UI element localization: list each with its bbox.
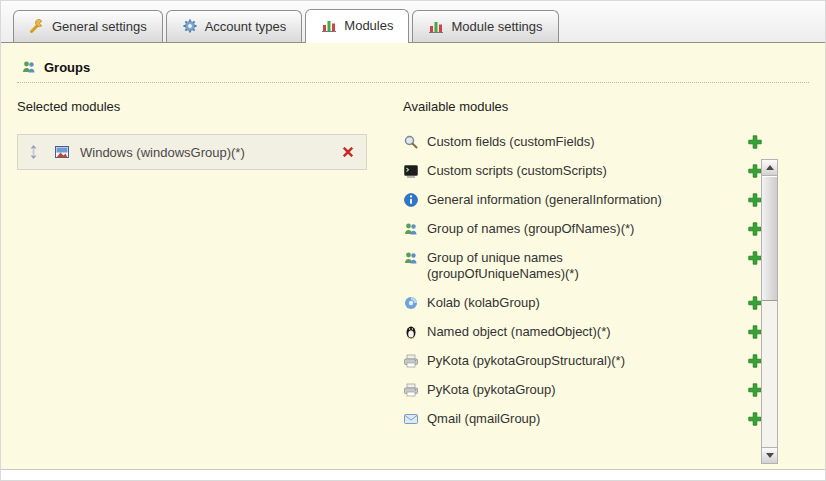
available-module-row: Group of unique names (groupOfUniqueName… <box>403 250 763 282</box>
terminal-icon <box>403 163 419 179</box>
available-module-label: Custom scripts (customScripts) <box>427 163 607 179</box>
available-module-row: Group of names (groupOfNames)(*) <box>403 221 763 237</box>
selected-module-row: Windows (windowsGroup)(*) <box>17 134 367 170</box>
available-module-label: General information (generalInformation) <box>427 192 662 208</box>
available-module-row: Kolab (kolabGroup) <box>403 295 763 311</box>
available-module-label: PyKota (pykotaGroup) <box>427 382 556 398</box>
available-module-label: Custom fields (customFields) <box>427 134 595 150</box>
available-module-label: PyKota (pykotaGroupStructural)(*) <box>427 353 625 369</box>
drag-handle-icon[interactable] <box>28 144 44 160</box>
available-module-row: General information (generalInformation) <box>403 192 763 208</box>
tab-module-settings[interactable]: Module settings <box>412 10 558 42</box>
windows-module-icon <box>54 144 70 160</box>
groups-icon <box>403 221 419 237</box>
available-module-row: Custom scripts (customScripts) <box>403 163 763 179</box>
available-modules-list: Custom fields (customFields) Custom scri… <box>403 134 763 427</box>
available-modules-scrollbar[interactable] <box>761 159 778 464</box>
gears-icon <box>182 18 198 34</box>
available-module-row: Qmail (qmailGroup) <box>403 411 763 427</box>
remove-module-button[interactable] <box>340 144 356 160</box>
available-module-row: PyKota (pykotaGroupStructural)(*) <box>403 353 763 369</box>
section-title: Groups <box>44 60 90 75</box>
tab-account-types[interactable]: Account types <box>166 10 303 42</box>
modules-icon <box>321 17 337 33</box>
printer-icon <box>403 382 419 398</box>
available-module-row: Named object (namedObject)(*) <box>403 324 763 340</box>
section-header-groups: Groups <box>17 43 809 83</box>
available-modules-heading: Available modules <box>403 99 763 114</box>
available-module-label: Group of names (groupOfNames)(*) <box>427 221 634 237</box>
tab-label: General settings <box>52 19 147 34</box>
selected-modules-column: Selected modules Windows (windowsGroup)(… <box>17 99 379 427</box>
tab-label: Account types <box>205 19 287 34</box>
scroll-up-button[interactable] <box>762 160 777 176</box>
selected-modules-heading: Selected modules <box>17 99 379 114</box>
scroll-down-button[interactable] <box>762 447 777 463</box>
groups-icon <box>403 250 419 266</box>
magnifier-icon <box>403 134 419 150</box>
add-module-button[interactable] <box>747 134 763 150</box>
tab-strip: General settings Account types Modules M… <box>1 1 825 43</box>
modules-columns: Selected modules Windows (windowsGroup)(… <box>17 99 809 427</box>
scrollbar-thumb[interactable] <box>762 176 777 301</box>
mail-icon <box>403 411 419 427</box>
modules-panel: Groups Selected modules Windows (windows… <box>1 43 825 470</box>
groups-icon <box>21 59 37 75</box>
triangle-up-icon <box>766 165 774 170</box>
available-module-label: Kolab (kolabGroup) <box>427 295 540 311</box>
penguin-icon <box>403 324 419 340</box>
available-module-label: Qmail (qmailGroup) <box>427 411 540 427</box>
available-module-label: Group of unique names (groupOfUniqueName… <box>427 250 697 282</box>
available-modules-column: Available modules Custom fields (customF… <box>403 99 763 427</box>
printer-icon <box>403 353 419 369</box>
tab-label: Modules <box>344 18 393 33</box>
available-module-label: Named object (namedObject)(*) <box>427 324 611 340</box>
tab-modules[interactable]: Modules <box>305 9 409 43</box>
tab-general-settings[interactable]: General settings <box>13 10 163 42</box>
info-icon <box>403 192 419 208</box>
selected-module-label: Windows (windowsGroup)(*) <box>80 145 330 160</box>
available-module-row: Custom fields (customFields) <box>403 134 763 150</box>
modules-settings-window: General settings Account types Modules M… <box>0 0 826 481</box>
triangle-down-icon <box>766 453 774 458</box>
green-plus-icon <box>747 138 763 153</box>
kolab-icon <box>403 295 419 311</box>
wrench-icon <box>29 18 45 34</box>
modules-icon <box>428 18 444 34</box>
tab-label: Module settings <box>451 19 542 34</box>
available-module-row: PyKota (pykotaGroup) <box>403 382 763 398</box>
red-x-icon <box>340 148 356 163</box>
